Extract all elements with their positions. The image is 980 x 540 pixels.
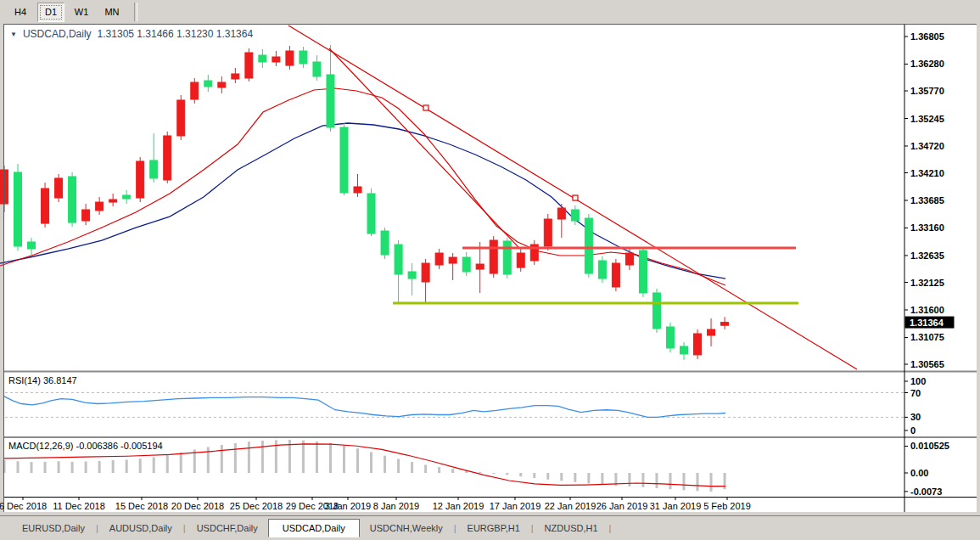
chart-ohlc-values: 1.31305 1.31466 1.31230 1.31364: [98, 28, 254, 40]
macd-histogram-bar: [669, 473, 671, 489]
macd-histogram-bar: [655, 473, 658, 488]
candle: [340, 123, 348, 195]
candle: [544, 214, 552, 250]
date-tick-label: 12 Jan 2019: [433, 501, 484, 511]
candle: [381, 228, 389, 259]
macd-tick-label: 0.00: [910, 468, 928, 478]
candle: [137, 157, 144, 202]
macd-histogram-bar: [424, 464, 427, 473]
price-tick-label: 1.34210: [910, 168, 944, 178]
candle: [177, 95, 185, 140]
macd-tick-label: 0.010525: [910, 441, 949, 451]
candle: [367, 188, 375, 236]
macd-histogram-bar: [641, 473, 644, 487]
price-tick-label: 1.34720: [910, 141, 944, 151]
tab-eurgbp-h1[interactable]: EURGBP,H1: [457, 520, 530, 537]
chart-title: ▼USDCAD,Daily1.31305 1.31466 1.31230 1.3…: [10, 28, 253, 40]
macd-histogram-bar: [166, 455, 169, 473]
trendline-handle[interactable]: [573, 195, 578, 200]
macd-tick-label: -0.0073: [910, 487, 942, 497]
price-tick-label: 1.36805: [910, 31, 944, 42]
macd-histogram-bar: [316, 442, 318, 473]
macd-histogram-bar: [126, 459, 128, 473]
price-tick-label: 1.35770: [910, 86, 944, 96]
tab-usdchf-daily[interactable]: USDCHF,Daily: [187, 520, 268, 537]
tab-usdcnh-weekly[interactable]: USDCNH,Weekly: [360, 520, 453, 537]
macd-histogram-bar: [71, 462, 74, 473]
timeframe-button-d1[interactable]: D1: [37, 3, 64, 22]
tab-usdcad-daily[interactable]: USDCAD,Daily: [268, 519, 360, 537]
macd-histogram-bar: [724, 473, 726, 489]
macd-histogram-bar: [560, 473, 563, 481]
tab-separator: |: [608, 523, 613, 533]
macd-histogram-bar: [31, 462, 33, 473]
chart-canvas[interactable]: 1.368051.362801.357701.352451.347201.342…: [0, 24, 980, 540]
date-tick-label: 25 Dec 2018: [230, 501, 283, 511]
date-tick-label: 15 Dec 2018: [115, 501, 168, 511]
candle: [666, 323, 674, 352]
candle: [639, 248, 647, 297]
timeframe-button-w1[interactable]: W1: [68, 3, 95, 22]
macd-histogram-bar: [397, 459, 400, 473]
candle: [612, 259, 619, 291]
macd-histogram-bar: [492, 473, 495, 474]
price-tick-label: 1.31075: [910, 332, 944, 342]
macd-histogram-bar: [153, 457, 155, 473]
rsi-tick-label: 100: [910, 376, 926, 386]
macd-histogram-bar: [356, 448, 359, 473]
macd-histogram-bar: [44, 462, 47, 473]
application-window: { "toolbar": { "buttons": [ {"label": "H…: [0, 0, 980, 540]
rsi-indicator-label: RSI(14) 36.8147: [8, 375, 77, 385]
macd-histogram-bar: [207, 447, 210, 473]
macd-histogram-bar: [479, 472, 481, 473]
macd-histogram-bar: [58, 461, 60, 473]
macd-histogram-bar: [587, 473, 590, 483]
macd-histogram-bar: [85, 462, 87, 473]
macd-histogram-bar: [221, 445, 223, 473]
tab-audusd-daily[interactable]: AUDUSD,Daily: [99, 520, 182, 537]
timeframe-button-mn[interactable]: MN: [98, 3, 126, 22]
price-tick-label: 1.30565: [910, 359, 944, 369]
price-tick-label: 1.35245: [910, 114, 944, 124]
timeframe-toolbar: H4D1W1MN: [0, 0, 980, 24]
date-tick-label: 26 Jan 2019: [596, 501, 648, 511]
macd-histogram-bar: [411, 462, 413, 473]
rsi-tick-label: 0: [910, 425, 916, 436]
macd-histogram-bar: [112, 460, 115, 473]
current-price-label: 1.31364: [910, 318, 944, 328]
macd-histogram-bar: [370, 452, 372, 473]
candle: [694, 329, 702, 359]
macd-histogram-bar: [139, 458, 142, 473]
date-tick-label: 20 Dec 2018: [171, 501, 224, 511]
candle: [245, 48, 253, 82]
tab-nzdusd-h1[interactable]: NZDUSD,H1: [535, 520, 608, 537]
macd-histogram-bar: [683, 473, 686, 490]
macd-histogram-bar: [384, 456, 386, 473]
candle: [14, 164, 22, 250]
date-tick-label: 6 Dec 2018: [0, 501, 47, 511]
date-tick-label: 31 Jan 2019: [650, 501, 702, 511]
candle: [598, 256, 606, 283]
toolbar-separator: [134, 3, 137, 21]
timeframe-button-h4[interactable]: H4: [7, 3, 34, 22]
symbol-dropdown-arrow-icon[interactable]: ▼: [10, 31, 17, 38]
macd-histogram-bar: [98, 461, 101, 473]
macd-histogram-bar: [710, 473, 713, 492]
candle: [585, 214, 592, 278]
chart-symbol-label: USDCAD,Daily: [23, 28, 92, 40]
trendline-handle[interactable]: [423, 105, 428, 110]
macd-histogram-bar: [574, 473, 576, 482]
candle: [69, 172, 76, 227]
macd-histogram-bar: [519, 473, 522, 476]
price-tick-label: 1.36280: [910, 59, 944, 69]
macd-histogram-bar: [261, 441, 264, 473]
candle: [503, 238, 511, 278]
tab-eurusd-daily[interactable]: EURUSD,Daily: [12, 520, 95, 537]
macd-histogram-bar: [343, 446, 345, 473]
macd-histogram-bar: [248, 442, 250, 473]
candle: [490, 236, 497, 278]
rsi-tick-label: 70: [910, 388, 921, 398]
candle: [55, 174, 63, 202]
macd-histogram-bar: [697, 473, 699, 491]
price-tick-label: 1.32125: [910, 278, 944, 288]
